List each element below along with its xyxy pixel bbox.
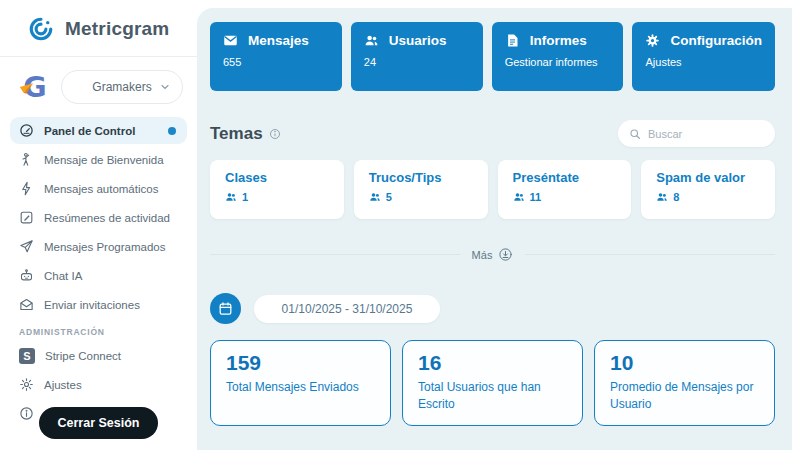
stat-label: Total Usuarios que han Escrito [418,379,567,414]
person-wave-icon [19,152,34,167]
lightning-icon [19,181,34,196]
action-card-sub: 655 [223,56,329,68]
circle-arrow-down-icon [498,247,513,262]
action-card-informes[interactable]: Informes Gestionar informes [492,22,624,91]
gear-icon [19,377,34,392]
sidebar-item-label: Chat IA [44,270,82,282]
envelope-icon [19,297,34,312]
calendar-icon [218,301,233,316]
sidebar-item-chat-ia[interactable]: Chat IA [10,262,187,289]
topics-header: Temas [210,120,775,147]
stat-label: Total Mensajes Enviados [226,379,375,396]
topic-count-value: 8 [673,191,679,203]
action-card-mensajes[interactable]: Mensajes 655 [210,22,342,91]
topic-count-value: 1 [242,191,248,203]
members-icon [513,191,525,203]
sidebar: Metricgram G Gramakers Panel de Control [0,0,197,450]
members-icon [369,191,381,203]
sidebar-nav: Panel de Control Mensaje de Bienvenida M… [0,115,197,427]
stripe-icon: S [19,348,35,364]
stat-value: 16 [418,351,567,375]
action-card-configuracion[interactable]: Configuración Ajustes [632,22,775,91]
sidebar-item-enviar-invitaciones[interactable]: Enviar invitaciones [10,291,187,318]
topic-name: Trucos/Tips [369,170,473,185]
action-card-title: Informes [530,33,587,48]
topic-card-trucos-tips[interactable]: Trucos/Tips 5 [354,160,488,219]
action-card-sub: Ajustes [645,56,762,68]
topic-card-presentate[interactable]: Preséntate 11 [498,160,632,219]
workspace-selector[interactable]: Gramakers [61,70,183,104]
gauge-icon [19,123,34,138]
sidebar-item-label: Mensajes automáticos [44,183,158,195]
sidebar-item-label: Enviar invitaciones [44,299,140,311]
sidebar-item-ajustes[interactable]: Ajustes [10,371,187,398]
topic-name: Preséntate [513,170,617,185]
topic-card-clases[interactable]: Clases 1 [210,160,344,219]
stat-label: Promedio de Mensajes por Usuario [610,379,759,414]
topic-count-value: 5 [386,191,392,203]
topic-cards-row: Clases 1 Trucos/Tips 5 Preséntate [210,160,775,219]
app-title: Metricgram [65,18,169,40]
action-cards-row: Mensajes 655 Usuarios 24 Informes [210,22,775,91]
sidebar-section-administracion: ADMINISTRACIÓN [10,320,187,342]
date-range-field[interactable]: 01/10/2025 - 31/10/2025 [254,295,440,323]
logout-button[interactable]: Cerrar Sesión [39,407,159,439]
divider-line [525,254,775,255]
action-card-sub: Gestionar informes [505,56,611,68]
workspace-avatar: G [15,68,53,106]
stat-cards-row: 159 Total Mensajes Enviados 16 Total Usu… [210,340,775,426]
chevron-down-icon [159,81,171,93]
mail-icon [223,33,238,48]
action-card-title: Mensajes [248,33,309,48]
scrollbar-track[interactable] [792,0,800,450]
sidebar-item-label: Stripe Connect [45,350,121,362]
info-icon[interactable] [269,128,281,140]
sidebar-item-label: Ajustes [44,379,82,391]
search-input[interactable] [648,128,764,140]
send-icon [19,239,34,254]
topic-count-value: 11 [530,191,542,203]
action-card-usuarios[interactable]: Usuarios 24 [351,22,483,91]
more-button[interactable]: Más [460,247,526,262]
active-indicator-dot [168,127,176,135]
action-card-title: Usuarios [389,33,447,48]
sidebar-item-label: Resúmenes de actividad [44,212,170,224]
more-label: Más [472,249,493,261]
robot-icon [19,268,34,283]
sidebar-item-label: Panel de Control [44,125,135,137]
sidebar-item-resumenes-actividad[interactable]: Resúmenes de actividad [10,204,187,231]
topic-name: Clases [225,170,329,185]
sidebar-item-stripe-connect[interactable]: S Stripe Connect [10,342,187,369]
main-area: Mensajes 655 Usuarios 24 Informes [197,0,800,450]
action-card-sub: 24 [364,56,470,68]
workspace-name: Gramakers [92,80,151,94]
metricgram-logo-icon [26,14,56,44]
workspace-row: G Gramakers [0,57,197,115]
edit-note-icon [19,210,34,225]
calendar-button[interactable] [210,293,241,324]
report-icon [505,33,520,48]
divider-line [210,254,460,255]
stat-value: 159 [226,351,375,375]
stat-card-promedio-mensajes: 10 Promedio de Mensajes por Usuario [594,340,775,426]
sidebar-item-mensajes-automaticos[interactable]: Mensajes automáticos [10,175,187,202]
sidebar-item-label: Mensajes Programados [44,241,165,253]
dashboard-screen: Metricgram G Gramakers Panel de Control [0,0,800,450]
sidebar-item-panel-de-control[interactable]: Panel de Control [10,117,187,144]
topics-search [618,120,775,147]
stat-card-total-usuarios: 16 Total Usuarios que han Escrito [402,340,583,426]
stat-value: 10 [610,351,759,375]
topics-title: Temas [210,124,263,144]
sidebar-item-mensajes-programados[interactable]: Mensajes Programados [10,233,187,260]
search-icon [629,128,641,140]
app-logo: Metricgram [0,0,197,56]
topic-name: Spam de valor [656,170,760,185]
sidebar-item-mensaje-bienvenida[interactable]: Mensaje de Bienvenida [10,146,187,173]
topic-card-spam-de-valor[interactable]: Spam de valor 8 [641,160,775,219]
more-divider: Más [210,247,775,262]
members-icon [656,191,668,203]
gear-icon [645,33,660,48]
sidebar-item-label: Mensaje de Bienvenida [44,154,164,166]
content-panel: Mensajes 655 Usuarios 24 Informes [197,8,800,450]
date-filter-row: 01/10/2025 - 31/10/2025 [210,293,775,324]
